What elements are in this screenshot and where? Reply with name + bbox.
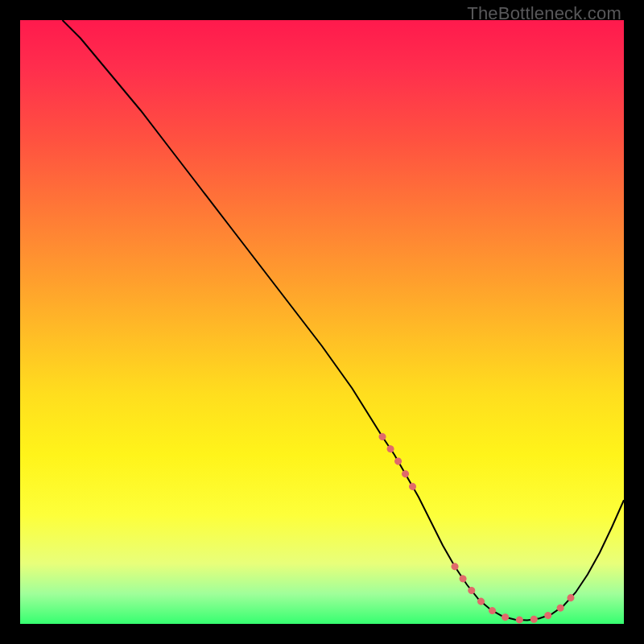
chart-frame: TheBottleneck.com [0, 0, 644, 644]
chart-plot-area [20, 20, 624, 624]
watermark-text: TheBottleneck.com [467, 3, 621, 24]
